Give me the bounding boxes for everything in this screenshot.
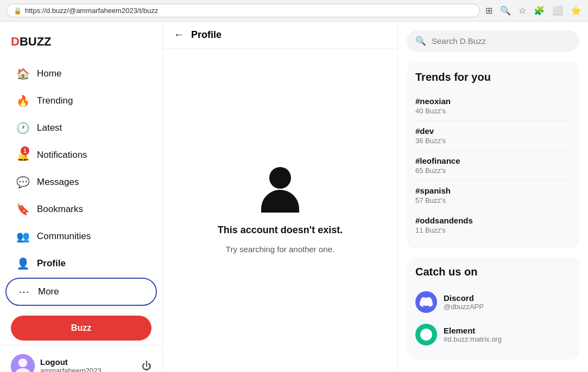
trend-count: 65 Buzz's <box>415 166 571 175</box>
puzzle-icon[interactable]: 🧩 <box>534 5 545 16</box>
trend-tag: #dev <box>415 126 571 136</box>
nav-more-label: More <box>38 286 59 297</box>
star-icon[interactable]: ☆ <box>519 5 526 16</box>
search-icon: 🔍 <box>415 36 426 46</box>
footer-links: Terms of Service Privacy Policy Disclaim… <box>407 368 579 372</box>
not-found-subtitle: Try searching for another one. <box>226 245 334 254</box>
nav-trending-label: Trending <box>37 95 73 106</box>
message-icon: 💬 <box>16 176 29 189</box>
trends-section: Trends for you #neoxian 40 Buzz's #dev 3… <box>407 62 579 248</box>
sidebar-item-communities[interactable]: 👥 Communities <box>5 223 157 249</box>
trend-count: 40 Buzz's <box>415 107 571 115</box>
sidebar-item-notifications[interactable]: 🔔 1 Notifications <box>5 142 157 168</box>
user-display-name: Logout <box>40 357 136 367</box>
discord-handle: @dbuzzAPP <box>444 303 484 311</box>
trend-item-dev[interactable]: #dev 36 Buzz's <box>415 121 571 151</box>
back-button[interactable]: ← <box>174 29 184 41</box>
avatar-body-shape <box>261 190 299 213</box>
trend-count: 11 Buzz's <box>415 226 571 234</box>
avatar-placeholder <box>256 167 305 216</box>
profile-icon: 👤 <box>16 257 29 270</box>
grid-icon[interactable]: ⊞ <box>485 5 492 16</box>
user-avatar <box>11 354 35 372</box>
url-text: https://d.buzz/@ammarfaheem2023/t/buzz <box>25 7 158 15</box>
search-input[interactable] <box>432 36 571 46</box>
trend-tag: #neoxian <box>415 97 571 106</box>
logo[interactable]: D BUZZ <box>11 35 151 49</box>
trend-item-oddsandends[interactable]: #oddsandends 11 Buzz's <box>415 210 571 240</box>
notification-badge: 1 <box>21 146 29 155</box>
nav-bookmarks-label: Bookmarks <box>37 204 83 215</box>
trends-title: Trends for you <box>415 71 571 84</box>
nav-communities-label: Communities <box>37 231 91 242</box>
sidebar-item-latest[interactable]: 🕐 Latest <box>5 115 157 141</box>
element-info: Element #d.buzz:matrix.org <box>444 326 502 343</box>
logo-buzz: BUZZ <box>20 35 52 49</box>
logo-area: D BUZZ <box>0 30 162 60</box>
element-icon <box>415 324 437 345</box>
nav-latest-label: Latest <box>37 123 62 133</box>
home-icon: 🏠 <box>16 67 29 80</box>
sidebar-item-home[interactable]: 🏠 Home <box>5 61 157 87</box>
fire-icon: 🔥 <box>16 94 29 107</box>
more-icon: ⋯ <box>17 285 30 298</box>
browser-bar: 🔒 https://d.buzz/@ammarfaheem2023/t/buzz… <box>0 0 588 22</box>
sidebar-footer: Logout ammarfaheem2023 ⏻ <box>0 345 162 372</box>
svg-point-1 <box>18 358 27 367</box>
nav-profile-label: Profile <box>37 258 66 269</box>
communities-icon: 👥 <box>16 230 29 243</box>
page-title: Profile <box>191 29 222 41</box>
right-sidebar: 🔍 Trends for you #neoxian 40 Buzz's #dev… <box>398 22 588 372</box>
bookmark-icon: 🔖 <box>16 203 29 216</box>
trend-item-leofinance[interactable]: #leofinance 65 Buzz's <box>415 151 571 181</box>
dbuzz-icon[interactable]: ⭐ <box>571 5 581 16</box>
trend-tag: #oddsandends <box>415 216 571 225</box>
user-handle: ammarfaheem2023 <box>40 367 136 372</box>
sidebar-item-bookmarks[interactable]: 🔖 Bookmarks <box>5 196 157 222</box>
trend-item-neoxian[interactable]: #neoxian 40 Buzz's <box>415 91 571 121</box>
trend-tag: #spanish <box>415 186 571 195</box>
catch-us-title: Catch us on <box>415 266 571 278</box>
catch-us-section: Catch us on Discord @dbuzzAPP <box>407 257 579 360</box>
lock-icon: 🔒 <box>14 7 22 15</box>
avatar-head-shape <box>269 167 291 189</box>
trend-count: 57 Buzz's <box>415 196 571 204</box>
sidebar: D BUZZ 🏠 Home 🔥 Trending 🕐 Latest 🔔 1 No… <box>0 22 163 372</box>
element-handle: #d.buzz:matrix.org <box>444 335 502 343</box>
user-info: Logout ammarfaheem2023 <box>40 357 136 372</box>
app-container: D BUZZ 🏠 Home 🔥 Trending 🕐 Latest 🔔 1 No… <box>0 22 588 372</box>
catch-item-discord[interactable]: Discord @dbuzzAPP <box>415 286 571 318</box>
discord-icon <box>415 291 437 313</box>
url-bar[interactable]: 🔒 https://d.buzz/@ammarfaheem2023/t/buzz <box>7 4 480 17</box>
nav-notifications-label: Notifications <box>37 150 87 161</box>
catch-item-element[interactable]: Element #d.buzz:matrix.org <box>415 318 571 351</box>
logo-d: D <box>11 35 20 49</box>
search-box[interactable]: 🔍 <box>407 30 579 52</box>
trend-item-spanish[interactable]: #spanish 57 Buzz's <box>415 181 571 210</box>
not-found-title: This account doesn't exist. <box>218 225 343 236</box>
zoom-icon[interactable]: 🔍 <box>500 5 511 16</box>
nav-messages-label: Messages <box>37 177 79 188</box>
element-name: Element <box>444 326 502 335</box>
main-nav: 🏠 Home 🔥 Trending 🕐 Latest 🔔 1 Notificat… <box>0 60 162 307</box>
main-header: ← Profile <box>163 22 397 49</box>
buzz-button[interactable]: Buzz <box>11 316 151 341</box>
sidebar-item-more[interactable]: ⋯ More <box>5 278 157 306</box>
sidebar-item-profile[interactable]: 👤 Profile <box>5 251 157 277</box>
trend-tag: #leofinance <box>415 156 571 165</box>
logout-icon[interactable]: ⏻ <box>142 361 151 372</box>
trend-count: 36 Buzz's <box>415 137 571 145</box>
sidebar-item-messages[interactable]: 💬 Messages <box>5 169 157 195</box>
clock-icon: 🕐 <box>16 121 29 134</box>
discord-info: Discord @dbuzzAPP <box>444 293 484 311</box>
tab-icon[interactable]: ⬜ <box>552 5 563 16</box>
discord-name: Discord <box>444 293 484 303</box>
main-content: ← Profile This account doesn't exist. Tr… <box>163 22 398 372</box>
sidebar-item-trending[interactable]: 🔥 Trending <box>5 88 157 114</box>
nav-home-label: Home <box>37 68 61 79</box>
profile-not-found: This account doesn't exist. Try searchin… <box>163 49 397 372</box>
browser-icons: ⊞ 🔍 ☆ 🧩 ⬜ ⭐ <box>485 5 581 16</box>
